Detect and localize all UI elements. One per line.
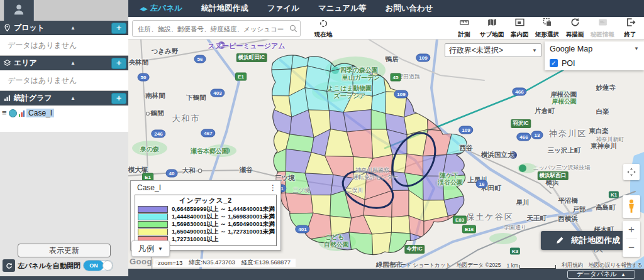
item-menu-icon[interactable]: ≡ [2,109,7,117]
map-status-bar: zoom=13 緯度:N35.473703 経度:E139.568877 [153,259,296,267]
zoom-in-button[interactable]: + [623,221,640,239]
toolbar-button-redraw[interactable]: 再描画 [561,17,589,39]
graph-list-item[interactable]: ≡Case_I [2,107,128,119]
pan-arrows-icon [626,166,637,178]
toolbar-button-overview-map[interactable]: 案内図 [506,17,533,39]
poi-checkbox[interactable]: ✓ [550,59,558,67]
admin-boundary-select[interactable]: 行政界<未選択>▼ [445,43,541,57]
confidential-icon [597,17,608,30]
section-label: エリア [14,58,37,68]
create-statistical-map-button[interactable]: 統計地図作成 [541,231,635,250]
panel-collapse-icon: ◀▶ [140,6,147,12]
chevron-down-icon: ▼ [158,246,163,252]
legend-menu-icon[interactable]: ⋮ [269,185,277,191]
legend-class-label: 1,727310001以上 [172,235,218,244]
pan-control[interactable] [623,164,640,180]
data-panel-button[interactable]: データパネル ▲ [567,270,635,279]
toolbar-button-submap[interactable]: サブ地図 [478,17,506,39]
redraw-icon [570,17,580,30]
chevron-down-icon: ▼ [532,48,537,53]
pegman-icon [626,199,636,214]
app-root: プロット▲＋データはありませんエリア▲＋データはありません統計グラフ▲＋≡Cas… [0,0,644,280]
choropleth-cell[interactable] [286,193,313,213]
map-canvas[interactable]: つきみ野中央林間南林間下鶴間鶴間大和市スヌーピーミュージアム四季の森公園里山ガー… [128,39,644,280]
sidebar-section-header-1: プロット▲＋ [0,21,128,35]
menu-item-3[interactable]: ファイル [267,3,299,14]
menu-item-1[interactable]: ◀▶左パネル [140,3,182,14]
legend-swatch [138,206,168,213]
menu-item-5[interactable]: お問い合わせ [385,3,433,14]
choropleth-cell[interactable] [311,195,331,216]
menu-item-2[interactable]: 統計地図作成 [201,3,248,14]
add-button[interactable]: ＋ [111,93,126,104]
add-button[interactable]: ＋ [111,23,126,34]
menu-item-label: ファイル [267,3,299,14]
overview-map-icon [514,17,525,30]
toolbar-button-ruler[interactable]: 計測 [450,17,478,39]
legend-class-row: 0,664859999以上 ～ 1,444840001未満 [138,206,274,213]
current-location-button[interactable]: 現在地 [309,19,337,39]
legend-field-name: インデックス_2 [138,197,274,205]
main-area: ◀▶左パネル統計地図作成ファイルマニュアル等お問い合わせ 現在地 計測サブ地図案… [128,0,644,280]
graph-list: ≡Case_I [0,105,128,134]
search-icon[interactable] [286,24,300,33]
legend-toggle-button[interactable]: 凡例▼ [131,240,170,257]
collapse-caret-icon[interactable]: ▲ [70,60,75,66]
sidebar-bottom-strip [0,276,128,280]
legend-class-row: 1,444840001以上 ～ 1,569830001未満 [138,213,274,220]
menu-items: ◀▶左パネル統計地図作成ファイルマニュアル等お問い合わせ [128,3,452,14]
left-panel-auto-toggle[interactable]: ON [83,260,113,271]
choropleth-cell[interactable] [343,110,371,132]
collapse-caret-icon[interactable]: ▲ [70,25,75,31]
choropleth-cell[interactable] [405,154,423,176]
section-label: 統計グラフ [14,93,52,104]
visibility-circle-icon[interactable] [9,109,17,117]
toggle-on-label: ON [84,261,104,271]
toolbar-buttons: 計測サブ地図案内図矩形選択再描画秘匿情報終了 [450,17,644,39]
search-input[interactable] [133,25,286,33]
zoom-control: + − [623,221,640,257]
pin-icon [0,24,14,32]
zoom-out-button[interactable]: − [623,239,640,257]
layers-icon [0,59,14,67]
street-view-pegman[interactable] [623,195,640,218]
pencil-icon [556,235,565,246]
chevron-up-icon: ▲ [621,272,626,277]
toolbar-button-label: 再描画 [566,31,584,39]
add-button[interactable]: ＋ [111,58,126,69]
auto-collapse-label: 左パネルを自動開閉 [18,261,80,271]
choropleth-cell[interactable] [391,216,410,234]
mini-chart-icon [19,110,25,117]
menu-item-4[interactable]: マニュアル等 [318,3,366,14]
rect-select-icon [542,17,553,30]
sidebar-section-header-2: エリア▲＋ [0,56,128,70]
menu-item-label: 左パネル [150,3,182,14]
poi-label: POI [562,59,575,68]
toolbar-button-label: サブ地図 [480,31,504,39]
choropleth-cell[interactable] [305,88,329,110]
chevron-down-icon: ▼ [634,46,639,51]
legend-swatch [138,213,168,220]
exit-icon [625,17,636,30]
status-latitude: 緯度:N35.473703 [189,259,235,267]
sidebar-section-header-3: 統計グラフ▲＋ [0,91,128,105]
basemap-select[interactable]: Google Map▼ [545,41,644,56]
section-empty-text: データはありません [0,35,128,56]
legend-classes: インデックス_2 0,664859999以上 ～ 1,444840001未満1,… [135,195,277,246]
choropleth-cell[interactable] [392,190,409,217]
toolbar-button-exit[interactable]: 終了 [616,17,644,39]
choropleth-cell[interactable] [423,176,444,200]
legend-swatch [138,229,168,235]
auto-collapse-icon [3,259,15,272]
user-icon [12,3,26,19]
collapse-caret-icon[interactable]: ▲ [70,95,75,101]
user-avatar-tab[interactable] [4,0,34,21]
toolbar-button-rect-select[interactable]: 矩形選択 [533,17,561,39]
refresh-display-button[interactable]: 表示更新 [18,244,111,257]
left-panel: プロット▲＋データはありませんエリア▲＋データはありません統計グラフ▲＋≡Cas… [0,0,128,280]
toolbar-button-confidential: 秘匿情報 [589,17,616,39]
current-location-icon [319,19,328,30]
bottom-bar: データパネル ▲ [128,269,644,280]
submap-icon [487,17,497,30]
sidebar-sections: プロット▲＋データはありませんエリア▲＋データはありません統計グラフ▲＋≡Cas… [0,21,128,134]
